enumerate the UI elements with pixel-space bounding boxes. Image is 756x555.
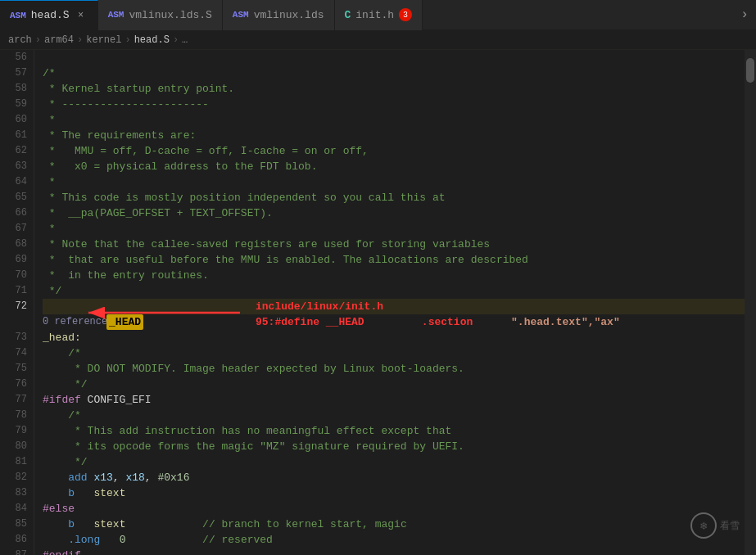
- sidebar-toggle[interactable]: ›: [733, 0, 756, 30]
- line-63: * x0 = physical address to the FDT blob.: [43, 159, 745, 174]
- ln-65: 65: [0, 190, 34, 205]
- tab-bar: ASM head.S × ASM vmlinux.lds.S ASM vmlin…: [0, 0, 756, 30]
- ln-69: 69: [0, 252, 34, 268]
- line-83: b stext: [43, 485, 745, 501]
- ln-72: 72: [0, 299, 34, 314]
- ln-66: 66: [0, 205, 34, 221]
- tab-label-init-h: init.h: [355, 9, 394, 21]
- ln-80: 80: [0, 439, 34, 454]
- ln-71: 71: [0, 283, 34, 299]
- line-65: * This code is mostly position independe…: [43, 190, 745, 205]
- line-64: *: [43, 174, 745, 190]
- line-81: */: [43, 454, 745, 470]
- line-67: *: [43, 221, 745, 237]
- tab-head-s[interactable]: ASM head.S ×: [0, 0, 98, 30]
- breadcrumb-arch[interactable]: arch: [8, 34, 32, 46]
- ln-56: 56: [0, 50, 34, 65]
- editor: 56 57 58 59 60 61 62 63 64 65 66 67 68 6…: [0, 50, 756, 555]
- line-numbers: 56 57 58 59 60 61 62 63 64 65 66 67 68 6…: [0, 50, 34, 555]
- tab-close-head-s[interactable]: ×: [75, 9, 88, 22]
- ln-76: 76: [0, 377, 34, 392]
- line-60: *: [43, 112, 745, 128]
- ln-63: 63: [0, 159, 34, 174]
- annotation-tooltip: include/linux/init.h: [256, 299, 383, 314]
- ln-84: 84: [0, 501, 34, 517]
- line-56: [43, 50, 745, 65]
- line-69: * that are useful before the MMU is enab…: [43, 252, 745, 268]
- ln-64: 64: [0, 174, 34, 190]
- ln-59: 59: [0, 97, 34, 112]
- asm-icon: ASM: [10, 11, 26, 20]
- ln-78: 78: [0, 408, 34, 423]
- asm-icon-3: ASM: [233, 10, 249, 20]
- sep3: ›: [124, 34, 130, 46]
- line-79: * This add instruction has no meaningful…: [43, 423, 745, 439]
- breadcrumb-kernel[interactable]: kernel: [86, 34, 121, 46]
- line-59: * -----------------------: [43, 97, 745, 112]
- ln-82: 82: [0, 470, 34, 485]
- ln-62: 62: [0, 143, 34, 159]
- line-62: * MMU = off, D-cache = off, I-cache = on…: [43, 143, 745, 159]
- ln-86: 86: [0, 532, 34, 548]
- scrollbar[interactable]: [745, 50, 756, 555]
- tab-vmlinux-lds-s[interactable]: ASM vmlinux.lds.S: [98, 0, 223, 30]
- line-80: * its opcode forms the magic "MZ" signat…: [43, 439, 745, 454]
- line-70: * in the entry routines.: [43, 268, 745, 283]
- line-74: /*: [43, 345, 745, 361]
- ln-83: 83: [0, 485, 34, 501]
- line-76: */: [43, 377, 745, 392]
- watermark: ❄ 看雪: [690, 512, 740, 539]
- c-icon: C: [345, 9, 351, 21]
- ln-68: 68: [0, 237, 34, 252]
- ln-58: 58: [0, 81, 34, 97]
- ln-85: 85: [0, 517, 34, 532]
- line-85: b stext // branch to kernel start, magic: [43, 517, 745, 532]
- tab-label-head-s: head.S: [31, 9, 70, 21]
- line-68: * Note that the callee-saved registers a…: [43, 237, 745, 252]
- ln-81: 81: [0, 454, 34, 470]
- ln-61: 61: [0, 128, 34, 143]
- line-61: * The requirements are:: [43, 128, 745, 143]
- line-71: */: [43, 283, 745, 299]
- ln-70: 70: [0, 268, 34, 283]
- tab-label-vmlinux-lds: vmlinux.lds: [254, 9, 324, 21]
- line-86: .long 0 // reserved: [43, 532, 745, 548]
- line-78: /*: [43, 408, 745, 423]
- ln-79: 79: [0, 423, 34, 439]
- tab-vmlinux-lds[interactable]: ASM vmlinux.lds: [223, 0, 335, 30]
- watermark-icon: ❄: [690, 512, 717, 539]
- breadcrumb-file[interactable]: head.S: [134, 34, 170, 46]
- annotation-define: 95:#define __HEAD .section ".head.text",…: [256, 314, 620, 330]
- line-58: * Kernel startup entry point.: [43, 81, 745, 97]
- ln-60: 60: [0, 112, 34, 128]
- scrollbar-thumb[interactable]: [746, 58, 754, 83]
- line-73: _head:: [43, 330, 745, 345]
- sep1: ›: [35, 34, 41, 46]
- code-editor[interactable]: /* * Kernel startup entry point. * -----…: [34, 50, 745, 555]
- line-75: * DO NOT MODIFY. Image header expected b…: [43, 361, 745, 377]
- line-82: add x13, x18, #0x16: [43, 470, 745, 485]
- asm-icon-2: ASM: [108, 10, 124, 20]
- breadcrumb-ellipsis: …: [182, 34, 188, 46]
- line-66: * __pa(PAGE_OFFSET + TEXT_OFFSET).: [43, 205, 745, 221]
- ln-75: 75: [0, 361, 34, 377]
- tab-init-h[interactable]: C init.h 3: [335, 0, 423, 30]
- line-57: /*: [43, 65, 745, 81]
- line-72: _HEAD include/linux/init.h 95:#define __…: [43, 299, 745, 314]
- ln-74: 74: [0, 345, 34, 361]
- ln-77: 77: [0, 392, 34, 408]
- ln-67: 67: [0, 221, 34, 237]
- tab-badge-init-h: 3: [399, 8, 412, 21]
- sep4: ›: [173, 34, 179, 46]
- line-87: #endif: [43, 548, 745, 555]
- watermark-text: 看雪: [720, 519, 740, 533]
- line-84: #else: [43, 501, 745, 517]
- ln-57: 57: [0, 65, 34, 81]
- line-77: #ifdef CONFIG_EFI: [43, 392, 745, 408]
- ln-87: 87: [0, 548, 34, 555]
- tab-label-vmlinux-lds-s: vmlinux.lds.S: [129, 9, 211, 21]
- head-macro-highlight: _HEAD: [106, 314, 143, 330]
- ln-73: 73: [0, 330, 34, 345]
- breadcrumb: arch › arm64 › kernel › head.S › …: [0, 30, 756, 50]
- breadcrumb-arm64[interactable]: arm64: [44, 34, 74, 46]
